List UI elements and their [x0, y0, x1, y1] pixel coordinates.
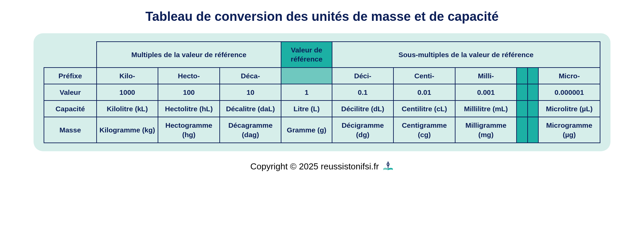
- cell-deci-prefix: Déci-: [332, 68, 394, 84]
- cell-ref-prefix: [281, 68, 332, 84]
- cell-deci-value: 0.1: [332, 84, 394, 100]
- cell-kilo-prefix: Kilo-: [97, 68, 158, 84]
- row-label-prefix: Préfixe: [44, 68, 97, 84]
- gap-cell: [517, 68, 527, 84]
- cell-deca-capacity: Décalitre (daL): [220, 100, 281, 117]
- book-medical-icon: [382, 161, 394, 172]
- group-header-row: Multiples de la valeur de référence Vale…: [44, 42, 600, 68]
- row-label-value: Valeur: [44, 84, 97, 100]
- cell-deca-mass: Décagramme (dag): [220, 117, 281, 143]
- row-prefix: Préfixe Kilo- Hecto- Déca- Déci- Centi- …: [44, 68, 600, 84]
- cell-milli-mass: Milligramme (mg): [455, 117, 517, 143]
- cell-centi-capacity: Centilitre (cL): [393, 100, 455, 117]
- cell-centi-mass: Centigramme (cg): [393, 117, 455, 143]
- cell-deca-prefix: Déca-: [220, 68, 281, 84]
- cell-hecto-prefix: Hecto-: [158, 68, 220, 84]
- cell-kilo-mass: Kilogramme (kg): [97, 117, 158, 143]
- gap-cell: [517, 100, 527, 117]
- row-capacity: Capacité Kilolitre (kL) Hectolitre (hL) …: [44, 100, 600, 117]
- gap-cell: [528, 68, 538, 84]
- cell-kilo-capacity: Kilolitre (kL): [97, 100, 158, 117]
- cell-micro-prefix: Micro-: [538, 68, 600, 84]
- cell-deca-value: 10: [220, 84, 281, 100]
- cell-micro-capacity: Microlitre (µL): [538, 100, 600, 117]
- group-multiples: Multiples de la valeur de référence: [97, 42, 281, 68]
- cell-milli-prefix: Milli-: [455, 68, 517, 84]
- gap-cell: [528, 100, 538, 117]
- gap-cell: [517, 117, 527, 143]
- cell-micro-value: 0.000001: [538, 84, 600, 100]
- cell-micro-mass: Microgramme (µg): [538, 117, 600, 143]
- cell-deci-mass: Décigramme (dg): [332, 117, 394, 143]
- row-mass: Masse Kilogramme (kg) Hectogramme (hg) D…: [44, 117, 600, 143]
- cell-hecto-capacity: Hectolitre (hL): [158, 100, 220, 117]
- gap-cell: [528, 117, 538, 143]
- cell-ref-capacity: Litre (L): [281, 100, 332, 117]
- cell-milli-value: 0.001: [455, 84, 517, 100]
- row-value: Valeur 1000 100 10 1 0.1 0.01 0.001 0.00…: [44, 84, 600, 100]
- row-label-mass: Masse: [44, 117, 97, 143]
- conversion-table: Multiples de la valeur de référence Vale…: [44, 41, 600, 143]
- cell-milli-capacity: Millilitre (mL): [455, 100, 517, 117]
- cell-hecto-mass: Hectogramme (hg): [158, 117, 220, 143]
- gap-cell: [528, 84, 538, 100]
- blank-corner: [44, 42, 97, 68]
- cell-hecto-value: 100: [158, 84, 220, 100]
- row-label-capacity: Capacité: [44, 100, 97, 117]
- gap-cell: [517, 84, 527, 100]
- page-title: Tableau de conversion des unités de mass…: [145, 9, 498, 24]
- svg-point-0: [387, 162, 389, 163]
- cell-centi-value: 0.01: [393, 84, 455, 100]
- cell-centi-prefix: Centi-: [393, 68, 455, 84]
- group-submultiples: Sous-multiples de la valeur de référence: [332, 42, 600, 68]
- cell-deci-capacity: Décilitre (dL): [332, 100, 394, 117]
- footer-text: Copyright © 2025 reussistonifsi.fr: [250, 161, 379, 172]
- footer: Copyright © 2025 reussistonifsi.fr: [250, 161, 393, 172]
- cell-ref-mass: Gramme (g): [281, 117, 332, 143]
- cell-kilo-value: 1000: [97, 84, 158, 100]
- cell-ref-value: 1: [281, 84, 332, 100]
- group-reference: Valeur de référence: [281, 42, 332, 68]
- conversion-panel: Multiples de la valeur de référence Vale…: [34, 33, 610, 151]
